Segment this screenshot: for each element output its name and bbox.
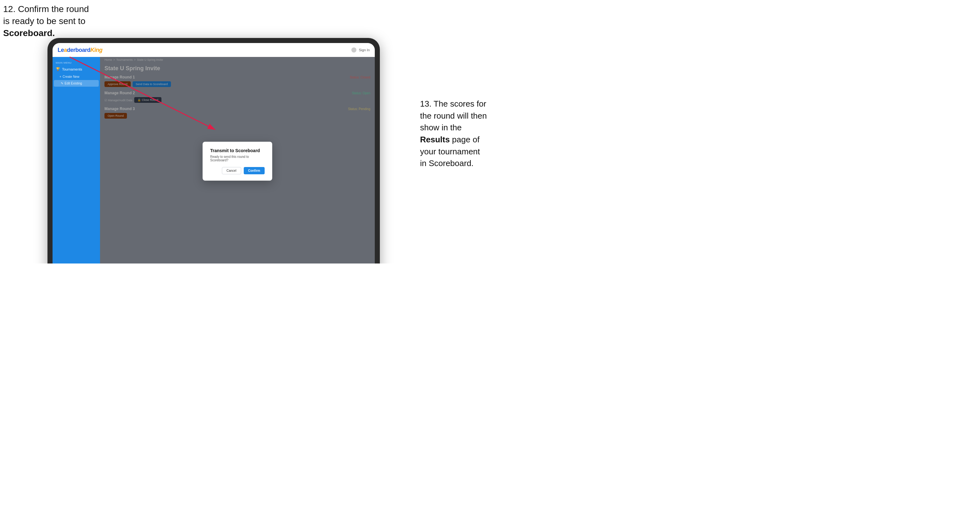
sidebar: MAIN MENU 🏆 Tournaments + Create New ✎ E… <box>52 57 100 264</box>
sidebar-main-menu-label: MAIN MENU <box>52 59 100 65</box>
sidebar-sub-edit-existing[interactable]: ✎ Edit Existing <box>54 80 99 87</box>
modal-subtitle: Ready to send this round to Scoreboard? <box>210 155 265 162</box>
app-body: MAIN MENU 🏆 Tournaments + Create New ✎ E… <box>52 57 375 264</box>
transmit-modal: Transmit to Scoreboard Ready to send thi… <box>203 142 272 181</box>
edit-existing-label: Edit Existing <box>65 82 82 85</box>
main-content: Home > Tournaments > State U Spring Invi… <box>100 57 375 264</box>
instruction-line2: is ready to be sent to <box>3 16 86 26</box>
sidebar-sub-create-new[interactable]: + Create New <box>52 73 100 80</box>
create-new-label: Create New <box>63 75 80 78</box>
instruction-bottom-text: 13. The scores for the round will then s… <box>420 99 487 168</box>
trophy-icon: 🏆 <box>56 67 60 71</box>
instruction-line3: Scoreboard. <box>3 28 55 38</box>
user-avatar-icon <box>352 48 356 52</box>
plus-icon: + <box>59 75 61 78</box>
modal-cancel-button[interactable]: Cancel <box>222 167 241 174</box>
tablet-screen: LeaderboardKing Sign In MAIN MENU 🏆 Tour… <box>52 43 375 264</box>
instruction-line1: 12. Confirm the round <box>3 4 89 14</box>
edit-icon: ✎ <box>61 82 63 85</box>
modal-title: Transmit to Scoreboard <box>210 148 265 153</box>
modal-buttons: Cancel Confirm <box>210 167 265 174</box>
instruction-bottom: 13. The scores for the round will then s… <box>420 98 487 170</box>
header-right: Sign In <box>352 48 370 52</box>
logo-area: LeaderboardKing <box>57 47 103 54</box>
results-bold: Results <box>420 135 450 144</box>
sidebar-item-tournaments[interactable]: 🏆 Tournaments <box>52 65 100 73</box>
modal-confirm-button[interactable]: Confirm <box>244 167 265 174</box>
tablet-frame: LeaderboardKing Sign In MAIN MENU 🏆 Tour… <box>48 38 380 264</box>
modal-overlay: Transmit to Scoreboard Ready to send thi… <box>100 57 375 264</box>
app-header: LeaderboardKing Sign In <box>52 43 375 57</box>
sidebar-tournaments-label: Tournaments <box>62 67 82 71</box>
sign-in-button[interactable]: Sign In <box>359 48 370 52</box>
instruction-top: 12. Confirm the round is ready to be sen… <box>3 3 89 39</box>
logo-text: LeaderboardKing <box>57 47 103 54</box>
